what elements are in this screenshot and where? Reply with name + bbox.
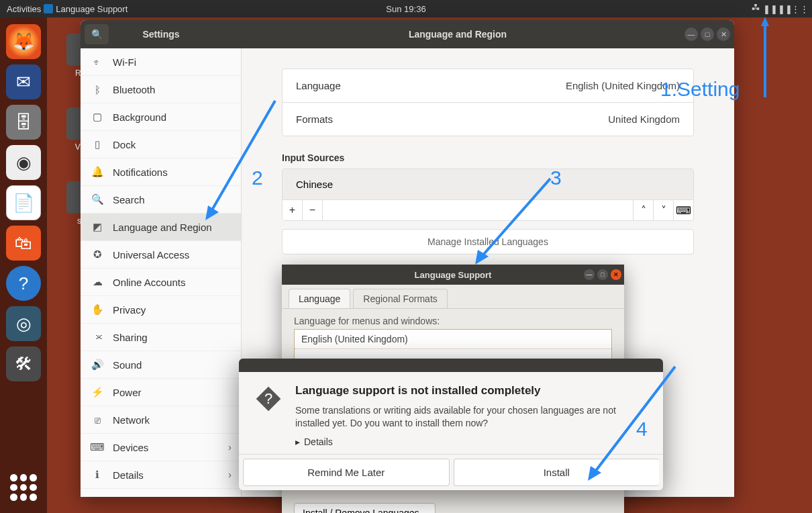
dock-help[interactable]: ? <box>6 266 41 301</box>
sidebar-item-details[interactable]: ℹDetails› <box>81 461 241 489</box>
clock[interactable]: Sun 19:36 <box>386 4 425 14</box>
cloud-icon: ☁ <box>91 276 103 288</box>
move-up-button[interactable]: ˄ <box>633 200 653 220</box>
close-button[interactable]: ✕ <box>717 28 730 41</box>
svg-marker-5 <box>761 17 769 26</box>
dock-icon: ▯ <box>91 138 103 150</box>
remove-input-button[interactable]: − <box>303 200 323 220</box>
annotation-arrow-1 <box>758 17 772 100</box>
close-button[interactable]: ✕ <box>611 269 621 280</box>
annotation-4: 4 <box>636 418 648 440</box>
dock-software[interactable]: 🛍 <box>6 226 41 261</box>
annotation-arrow-3 <box>470 173 557 270</box>
bell-icon: 🔔 <box>91 166 103 178</box>
app-menu-label[interactable]: Language Support <box>56 4 128 14</box>
dock-system-settings[interactable]: 🛠 <box>6 346 41 381</box>
language-support-titlebar: Language Support — □ ✕ <box>282 265 624 285</box>
dock-show-applications[interactable] <box>10 474 37 501</box>
language-support-tabs: Language Regional Formats <box>282 285 624 309</box>
sidebar-item-universal-access[interactable]: ✪Universal Access <box>81 241 241 269</box>
sidebar-item-sharing[interactable]: ⪤Sharing <box>81 324 241 351</box>
dock-writer[interactable]: 📄 <box>6 185 41 220</box>
chevron-right-icon: › <box>228 442 232 453</box>
dock-screenshot[interactable]: ◎ <box>6 306 41 341</box>
sidebar-item-wifi[interactable]: ᯤWi-Fi <box>81 48 241 76</box>
show-keyboard-layout-button[interactable]: ⌨ <box>673 200 693 220</box>
settings-title-left: Settings <box>81 29 242 40</box>
maximize-button[interactable]: □ <box>701 28 714 41</box>
question-icon: ? <box>254 384 283 430</box>
maximize-button[interactable]: □ <box>597 269 608 280</box>
devices-icon: ⌨ <box>91 441 103 453</box>
settings-title-right: Language and Region <box>242 29 674 40</box>
svg-line-6 <box>211 101 275 212</box>
move-down-button[interactable]: ˅ <box>653 200 673 220</box>
sidebar-item-power[interactable]: ⚡Power <box>81 379 241 406</box>
remind-later-button[interactable]: Remind Me Later <box>243 459 450 486</box>
chevron-right-icon: › <box>228 469 232 480</box>
language-list[interactable]: English (United Kingdom) <box>294 329 612 362</box>
annotation-2: 2 <box>252 167 263 189</box>
bluetooth-icon: ᛒ <box>91 83 103 95</box>
annotation-3: 3 <box>550 167 562 189</box>
minimize-button[interactable]: — <box>584 269 595 280</box>
wifi-icon: ᯤ <box>91 56 103 68</box>
svg-line-8 <box>480 179 550 258</box>
language-formats-box: Language English (United Kingdom) Format… <box>282 68 694 136</box>
sound-icon: 🔊 <box>91 359 103 371</box>
install-remove-languages-button[interactable]: Install / Remove Languages... <box>294 503 436 513</box>
launcher-dock: 🦊 ✉ 🗄 ◉ 📄 🛍 ? ◎ 🛠 <box>0 17 47 513</box>
svg-rect-2 <box>754 4 757 7</box>
language-row[interactable]: Language English (United Kingdom) <box>283 69 693 103</box>
dock-firefox[interactable]: 🦊 <box>6 24 41 59</box>
dock-thunderbird[interactable]: ✉ <box>6 64 41 99</box>
annotation-arrow-2 <box>201 94 282 224</box>
sidebar-item-sound[interactable]: 🔊Sound <box>81 351 241 379</box>
indicator-icon-2[interactable]: ❚❚ <box>780 3 791 14</box>
activities-button[interactable]: Activities <box>7 4 41 14</box>
app-menu-icon <box>44 4 53 13</box>
settings-titlebar: 🔍 Settings Language and Region — □ ✕ <box>81 20 734 48</box>
input-sources-label: Input Sources <box>282 152 694 163</box>
dock-rhythmbox[interactable]: ◉ <box>6 145 41 180</box>
hand-icon: ✋ <box>91 304 103 316</box>
language-list-item[interactable]: English (United Kingdom) <box>295 330 611 349</box>
search-icon: 🔍 <box>91 193 103 205</box>
menus-windows-label: Language for menus and windows: <box>294 316 612 326</box>
power-icon: ⚡ <box>91 386 103 398</box>
gnome-top-bar: Activities Language Support Sun 19:36 ❚❚… <box>0 0 812 17</box>
formats-row[interactable]: Formats United Kingdom <box>283 103 693 136</box>
svg-text:?: ? <box>264 390 272 407</box>
globe-icon: ◩ <box>91 221 103 233</box>
sidebar-item-online-accounts[interactable]: ☁Online Accounts <box>81 269 241 296</box>
indicator-icon-1[interactable]: ❚❚ <box>765 3 776 14</box>
background-icon: ▢ <box>91 111 103 123</box>
annotation-arrow-4 <box>581 363 682 486</box>
sidebar-item-devices[interactable]: ⌨Devices› <box>81 434 241 461</box>
dock-files[interactable]: 🗄 <box>6 105 41 140</box>
annotation-1: 1.Setting <box>660 78 740 101</box>
tab-regional-formats[interactable]: Regional Formats <box>353 289 448 308</box>
svg-line-10 <box>593 367 675 474</box>
tab-language[interactable]: Language <box>289 289 350 308</box>
info-icon: ℹ <box>91 469 103 481</box>
minimize-button[interactable]: — <box>684 28 698 41</box>
system-menu-icon[interactable]: ⋮⋮ <box>795 3 805 14</box>
network-icon: ⎚ <box>91 414 103 426</box>
sidebar-item-network[interactable]: ⎚Network <box>81 406 241 434</box>
accessibility-icon: ✪ <box>91 248 103 261</box>
network-icon[interactable] <box>750 3 761 14</box>
sidebar-item-privacy[interactable]: ✋Privacy <box>81 296 241 324</box>
share-icon: ⪤ <box>91 331 103 343</box>
add-input-button[interactable]: + <box>283 200 303 220</box>
